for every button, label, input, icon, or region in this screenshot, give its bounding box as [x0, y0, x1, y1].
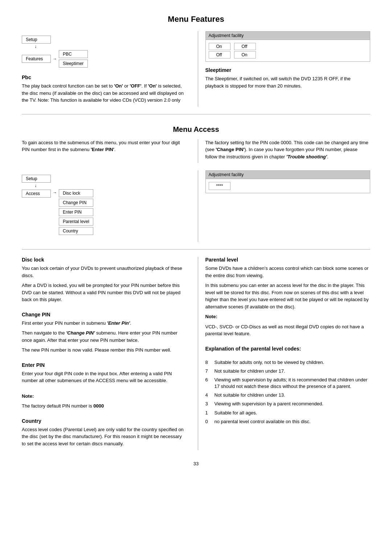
- code-text: no parental level control available on t…: [215, 418, 311, 425]
- parental-note-text: VCD-, SVCD- or CD-Discs as well as most …: [205, 323, 371, 337]
- parental-p1: Some DVDs have a children's access contr…: [205, 265, 371, 279]
- disc-lock-item: Disc lock: [59, 189, 93, 197]
- access-right-intro: The factory setting for the PIN code 000…: [198, 139, 371, 163]
- pbc-text2: . If: [142, 83, 148, 89]
- list-item: 1Suitable for all ages.: [205, 410, 371, 416]
- note-text: The factory default PIN number is 0000: [22, 402, 187, 410]
- access-text2: .: [114, 147, 116, 152]
- change-pin-item: Change PIN: [59, 199, 93, 207]
- pin-display: ****: [209, 182, 231, 190]
- code-number: 3: [205, 401, 211, 407]
- off-cell-1: Off: [209, 51, 230, 58]
- access-diagram-left: Setup ↓ Access → Disc lock Change PIN En…: [22, 170, 187, 242]
- cp-text1: First enter your PIN number in submenu: [22, 320, 107, 326]
- arrow-down-1: ↓: [34, 44, 88, 49]
- bottom-left: Disc lock You can lock certain of your D…: [22, 257, 187, 450]
- access-left-intro: To gain access to the submenus of this m…: [22, 139, 187, 163]
- pbc-paragraph: The play back control function can be se…: [22, 82, 187, 104]
- change-pin-p3: The new PIN number is now valid. Please …: [22, 347, 187, 354]
- adj-body-top: On Off Off On: [206, 40, 370, 61]
- adj-header-access: Adjustment facility: [206, 171, 370, 179]
- cp-end1: .: [130, 320, 131, 326]
- sleeptimer-box: Sleeptimer: [59, 60, 88, 68]
- arrow-right-2: →: [53, 190, 57, 195]
- adj-col-2: Off On: [234, 43, 256, 58]
- explanation-title: Explanation of the parental level codes:: [205, 346, 371, 352]
- access-right-text: The factory setting for the PIN code 000…: [205, 139, 371, 161]
- parental-codes-list: 8Suitable for adults only, not to be vie…: [205, 359, 371, 425]
- change-pin-p1: First enter your PIN number in submenu '…: [22, 320, 187, 327]
- page-number: 33: [22, 461, 370, 466]
- code-number: 8: [205, 359, 211, 366]
- top-right: Adjustment facility On Off Off On Sleept…: [198, 31, 371, 107]
- enter-pin-title: Enter PIN: [22, 362, 187, 368]
- parental-note: Note:: [205, 314, 217, 319]
- access-diagram-right: Adjustment facility ****: [198, 170, 371, 242]
- code-text: Not suitable for children under 13.: [215, 392, 285, 398]
- list-item: 3Viewing with supervision by a parent re…: [205, 401, 371, 407]
- pbc-on2: 'On': [148, 83, 157, 89]
- list-item: 7Not suitable for children under 17.: [205, 368, 371, 374]
- parental-note-label: Note:: [205, 313, 371, 320]
- note-paragraph: Note:: [22, 393, 187, 400]
- country-item: Country: [59, 227, 93, 235]
- adj-facility-access: Adjustment facility ****: [205, 170, 371, 193]
- off-cell-2: Off: [234, 43, 256, 50]
- sleeptimer-title: Sleeptimer: [205, 67, 371, 73]
- top-section: Setup ↓ Features → PBC Sleeptimer Pbc Th…: [22, 31, 370, 107]
- code-number: 1: [205, 410, 211, 416]
- arrow-down-2: ↓: [34, 183, 93, 188]
- access-intro: To gain access to the submenus of this m…: [22, 139, 370, 163]
- on-cell: On: [209, 43, 230, 50]
- note-bold: 0000: [93, 403, 104, 409]
- adj-col-1: On Off: [209, 43, 230, 58]
- on-cell-2: On: [234, 51, 256, 58]
- enter-pin-item: Enter PIN: [59, 208, 93, 216]
- enter-pin-p1: Enter your four digit PIN code in the in…: [22, 370, 187, 384]
- country-p1: Access level codes (Parental Level) are …: [22, 426, 187, 447]
- pbc-submenu: PBC Sleeptimer: [59, 49, 88, 68]
- code-text: Suitable for adults only, not to be view…: [215, 359, 324, 366]
- disc-lock-p2: After a DVD is locked, you will be promp…: [22, 282, 187, 303]
- change-pin-title: Change PIN: [22, 312, 187, 317]
- adj-table: On Off Off On: [209, 43, 367, 58]
- disc-lock-title: Disc lock: [22, 257, 187, 263]
- section-divider-1: [22, 114, 370, 114]
- country-title: Country: [22, 418, 187, 424]
- access-diagram: Setup ↓ Access → Disc lock Change PIN En…: [22, 174, 187, 236]
- list-item: 8Suitable for adults only, not to be vie…: [205, 359, 371, 366]
- pbc-text1: The play back control function can be se…: [22, 83, 114, 89]
- code-number: 6: [205, 377, 211, 390]
- pbc-title: Pbc: [22, 74, 187, 80]
- setup-box-2: Setup: [22, 175, 51, 183]
- enter-pin-label: 'Enter PIN': [91, 147, 114, 152]
- code-text: Not suitable for children under 17.: [215, 368, 285, 374]
- code-number: 0: [205, 418, 211, 425]
- arrow-right-1: →: [53, 56, 57, 61]
- access-diagram-section: Setup ↓ Access → Disc lock Change PIN En…: [22, 170, 370, 242]
- list-item: 0no parental level control available on …: [205, 418, 371, 425]
- parental-p2: In this submenu you can enter an access …: [205, 282, 371, 310]
- parental-level-item: Parental level: [59, 218, 93, 226]
- change-pin-ref: 'Change PIN': [216, 147, 244, 152]
- pbc-box: PBC: [59, 50, 88, 58]
- pbc-or: or: [123, 83, 130, 89]
- list-item: 4Not suitable for children under 13.: [205, 392, 371, 398]
- code-number: 7: [205, 368, 211, 374]
- pbc-off: 'OFF': [130, 83, 141, 89]
- note-text-span: The factory default PIN number is: [22, 403, 93, 409]
- section-divider-2: [22, 249, 370, 250]
- code-text: Suitable for all ages.: [215, 410, 257, 416]
- pbc-diagram: Setup ↓ Features → PBC Sleeptimer: [22, 35, 187, 69]
- access-rt3: .: [327, 154, 328, 159]
- code-text: Viewing with supervision by adults; it i…: [215, 377, 371, 390]
- parental-title: Parental level: [205, 257, 371, 263]
- top-left: Setup ↓ Features → PBC Sleeptimer Pbc Th…: [22, 31, 187, 107]
- cp-bold2: 'Change PIN': [66, 330, 95, 336]
- change-pin-p2: Then navigate to the 'Change PIN' submen…: [22, 329, 187, 344]
- pbc-on: 'On': [114, 83, 123, 89]
- list-item: 6Viewing with supervision by adults; it …: [205, 377, 371, 390]
- code-text: Viewing with supervision by a parent rec…: [215, 401, 323, 407]
- bottom-right: Parental level Some DVDs have a children…: [198, 257, 371, 450]
- access-intro-text: To gain access to the submenus of this m…: [22, 139, 187, 153]
